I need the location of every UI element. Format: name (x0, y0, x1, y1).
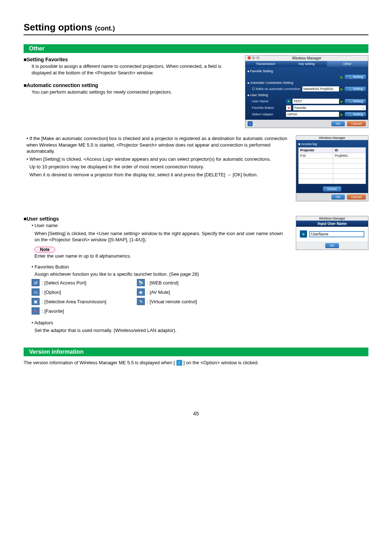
access-log-window: Wireless Manager Access log ProjecterID … (296, 135, 368, 201)
arrow-icon: ▶ (340, 87, 343, 91)
table-row[interactable] (299, 164, 366, 169)
star-icon: ★ (32, 307, 40, 315)
page-title-cont: (cont.) (95, 25, 115, 32)
wrench-icon: 🔧 (348, 75, 352, 79)
launcher-grid: ⇄: [Select Access Port] 📡: [WEB control]… (24, 279, 368, 315)
setting-button-label: Setting (353, 75, 363, 79)
al-cell: PJ2 (299, 153, 333, 159)
iu-title: Wireless Manager (296, 216, 368, 221)
launcher-select-access-port: ⇄: [Select Access Port] (32, 279, 126, 286)
auto-projector-field[interactable]: Name5031 Proj5031 (302, 86, 339, 91)
adaptors-label: • Adaptors (24, 320, 368, 326)
table-row[interactable]: PJ2Proj8491 (299, 153, 366, 159)
wm-tabs: Transmission Key setting Other (245, 61, 368, 67)
arrow-icon: ▶ (340, 112, 343, 116)
bullet-4: When it is desired to remove a projector… (24, 172, 289, 178)
star-icon: ★ (286, 105, 291, 110)
al-section: Access log (298, 142, 366, 146)
user-avatar-icon: ● (286, 99, 291, 104)
wm-sec-user: User Setting (248, 92, 366, 98)
chevron-down-icon: ⌄ (362, 106, 365, 110)
setting-button[interactable]: 🔧Setting (345, 112, 366, 116)
heading-auto-text: Automatic connection setting (26, 82, 98, 88)
virtual-remote-icon: ✎ (137, 298, 145, 305)
wm-title-text: Wireless Manager (292, 56, 322, 60)
auto-checkbox-label[interactable]: ☑ Make an automatic connection. (252, 87, 301, 91)
ok-button[interactable]: OK (331, 194, 345, 200)
al-title: Wireless Manager (296, 136, 368, 140)
version-text-post: ] on the <Option> window is clicked. (183, 360, 258, 365)
tab-other[interactable]: Other (327, 61, 368, 67)
ok-button[interactable]: OK (325, 243, 339, 248)
section-version: Version information (24, 348, 368, 356)
option-icon: ▭ (32, 288, 40, 296)
traffic-lights (248, 56, 260, 59)
al-th-id: ID (333, 148, 366, 153)
setting-button[interactable]: 🔧Setting (345, 99, 366, 103)
favorite-select[interactable]: Favorite⌄ (293, 105, 366, 110)
heading-auto: ■Automatic connection setting (24, 82, 238, 88)
wm-sec-auto: Automatic Connection Setting (248, 80, 366, 86)
wrench-icon: 🔧 (348, 87, 352, 91)
setting-button[interactable]: 🔧Setting (345, 75, 366, 79)
cancel-button[interactable]: Cancel (347, 121, 366, 126)
info-icon: i (176, 360, 182, 366)
input-user-name-window: Wireless Manager Input User Name ● UserN… (296, 216, 368, 250)
heading-favorites: ■Setting Favorites (24, 57, 238, 62)
favorites-button-text: Assign whichever function you like to a … (24, 271, 368, 277)
access-log-table: ProjecterID PJ2Proj8491 (298, 147, 366, 184)
launcher-virtual-remote: ✎: [Virtual remote control] (137, 298, 231, 305)
heading-user-text: User settings (26, 216, 59, 222)
user-name-input[interactable]: UserName (309, 231, 364, 237)
wm-sec-favorite: Favorite Setting (248, 68, 366, 74)
user-name-field[interactable]: TEST (293, 99, 339, 104)
launcher-favorite: ★: [Favorite] (32, 307, 126, 315)
launcher-av-mute: ◉: [AV Mute] (137, 288, 231, 296)
info-icon[interactable]: i (248, 121, 253, 126)
setting-button-label: Setting (353, 87, 363, 91)
cancel-button[interactable]: Cancel (347, 194, 366, 200)
table-row[interactable] (299, 179, 366, 184)
section-other: Other (24, 44, 368, 53)
setting-button-label: Setting (353, 99, 363, 103)
favorites-button-label: • Favorites Button (24, 264, 368, 270)
favorite-button-label: Favorite Button (252, 106, 285, 110)
table-row[interactable] (299, 174, 366, 179)
launcher-web-control: 📡: [WEB control] (137, 279, 231, 286)
version-text-pre: The version information of Wireless Mana… (24, 360, 175, 365)
page-title: Setting options (cont.) (24, 22, 368, 33)
setting-button[interactable]: 🔧Setting (345, 87, 366, 91)
wireless-manager-window: Wireless Manager Transmission Key settin… (245, 55, 368, 128)
wrench-icon: 🔧 (348, 112, 352, 116)
favorites-text: It is possible to assign a different nam… (24, 63, 238, 76)
al-th-projecter: Projecter (299, 148, 333, 153)
iu-heading: Input User Name (296, 221, 368, 227)
selective-area-icon: ▣ (32, 298, 40, 305)
al-cell: Proj8491 (333, 153, 366, 159)
version-text: The version information of Wireless Mana… (24, 358, 368, 368)
arrow-icon: ▶ (340, 75, 343, 79)
minimize-icon[interactable] (252, 56, 255, 59)
close-icon[interactable] (248, 56, 251, 59)
page-number: 45 (24, 411, 368, 416)
launcher-option: ▭: [Option] (32, 288, 126, 296)
wm-titlebar: Wireless Manager (245, 56, 368, 61)
user-name-label: User Name (252, 99, 285, 103)
note-text: Enter the user name in up to 8 alphanume… (24, 253, 368, 259)
bullet-3: Up to 10 projectors may be displayed in … (24, 164, 289, 170)
select-adapter-label: Select Adapter (252, 112, 285, 116)
ok-button[interactable]: OK (331, 121, 345, 126)
bullet-2: • When [Setting] is clicked, <Access Log… (24, 156, 289, 163)
table-row[interactable] (299, 159, 366, 164)
bullet-1: • If the [Make an automatic connection] … (24, 135, 289, 155)
adapter-field[interactable]: AirPort (286, 112, 339, 117)
tab-key-setting[interactable]: Key setting (286, 61, 327, 67)
zoom-icon[interactable] (256, 56, 260, 59)
page-title-text: Setting options (24, 22, 92, 33)
user-avatar-icon[interactable]: ● (300, 230, 307, 238)
table-row[interactable] (299, 169, 366, 174)
web-control-icon: 📡 (137, 279, 145, 286)
delete-button[interactable]: Delete (323, 186, 341, 192)
av-mute-icon: ◉ (137, 288, 145, 296)
tab-transmission[interactable]: Transmission (245, 61, 286, 67)
